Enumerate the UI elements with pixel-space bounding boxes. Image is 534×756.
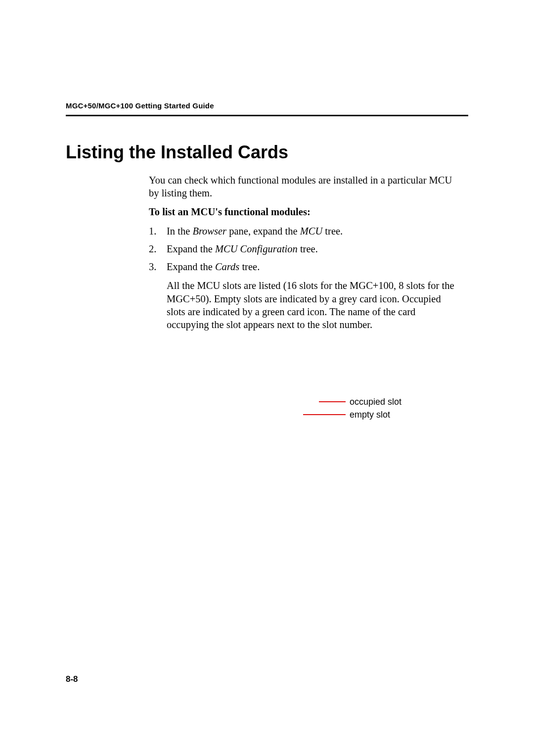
step-3-followup: All the MCU slots are listed (16 slots f…: [167, 279, 455, 331]
header-rule: [66, 115, 468, 116]
step-2-text-a: Expand the: [167, 243, 215, 254]
step-3: Expand the Cards tree. All the MCU slots…: [149, 260, 455, 331]
page-number: 8-8: [66, 674, 78, 684]
legend-occupied-label: occupied slot: [350, 395, 401, 408]
intro-paragraph: You can check which functional modules a…: [149, 174, 455, 199]
step-1-text-a: In the: [167, 226, 192, 236]
steps-list: In the Browser pane, expand the MCU tree…: [149, 225, 455, 331]
legend-line-empty: [303, 414, 346, 415]
step-3-italic-1: Cards: [215, 261, 239, 272]
page: MGC+50/MGC+100 Getting Started Guide Lis…: [0, 0, 534, 756]
step-1-text-b: pane, expand the: [226, 226, 300, 236]
step-3-text-b: tree.: [239, 261, 260, 272]
legend-line-occupied: [319, 401, 346, 402]
running-head: MGC+50/MGC+100 Getting Started Guide: [66, 101, 468, 115]
step-1-italic-1: Browser: [192, 226, 226, 236]
step-1-italic-2: MCU: [300, 226, 323, 236]
step-1: In the Browser pane, expand the MCU tree…: [149, 225, 455, 237]
legend-empty-label: empty slot: [350, 408, 390, 421]
step-2-italic-1: MCU Configuration: [215, 243, 298, 254]
legend-empty: empty slot: [303, 408, 455, 421]
section-title: Listing the Installed Cards: [66, 142, 468, 163]
legend-occupied: occupied slot: [303, 395, 455, 408]
body: You can check which functional modules a…: [149, 174, 455, 422]
step-2: Expand the MCU Configuration tree.: [149, 242, 455, 255]
step-2-text-b: tree.: [298, 243, 318, 254]
slot-legend: occupied slot empty slot: [303, 395, 455, 421]
step-1-text-c: tree.: [322, 226, 343, 236]
step-3-text-a: Expand the: [167, 261, 215, 272]
task-label: To list an MCU's functional modules:: [149, 205, 455, 218]
